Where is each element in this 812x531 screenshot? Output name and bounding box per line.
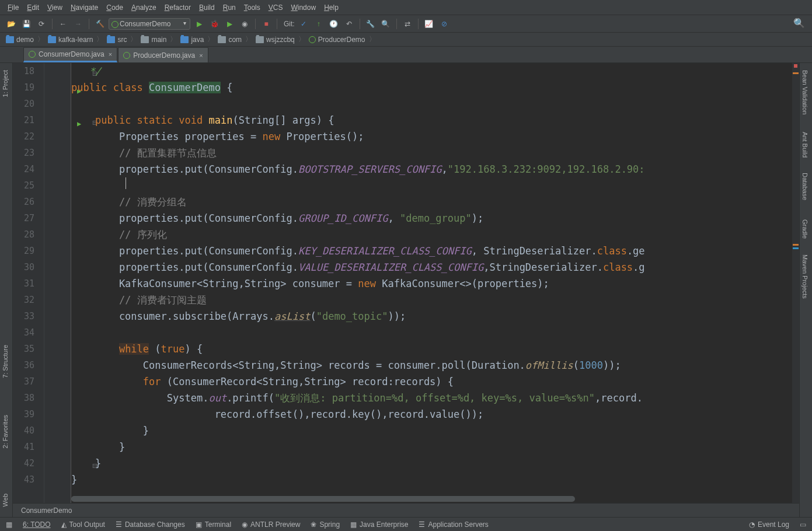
tool-output-button[interactable]: ◭ Tool Output (61, 520, 105, 529)
menu-file[interactable]: File (4, 2, 23, 13)
code-line[interactable]: System.out.printf("收到消息: partition=%d, o… (71, 390, 643, 406)
breadcrumb-com[interactable]: com (215, 34, 244, 45)
line-number[interactable]: 25 (24, 177, 34, 194)
breadcrumb-main[interactable]: main (138, 34, 169, 45)
menu-edit[interactable]: Edit (23, 2, 43, 13)
line-number[interactable]: 35 (24, 341, 34, 357)
line-number[interactable]: 39 (24, 406, 34, 422)
line-number[interactable]: 31 (24, 275, 34, 292)
error-stripe[interactable] (792, 63, 799, 503)
line-number[interactable]: 38 (24, 390, 34, 406)
line-number[interactable]: 33 (24, 308, 34, 324)
code-line[interactable]: } (71, 439, 125, 455)
line-number[interactable]: 24 (24, 161, 34, 177)
bean-validation-button[interactable]: Bean Validation (800, 65, 810, 119)
git-commit-icon[interactable]: ↑ (312, 18, 325, 30)
code-line[interactable]: Properties properties = new Properties()… (71, 128, 364, 145)
memory-indicator[interactable]: ▭ (800, 520, 806, 529)
code-line[interactable]: */ (71, 63, 101, 79)
line-number[interactable]: 27 (24, 210, 34, 226)
block-icon[interactable]: ⊘ (438, 18, 451, 30)
line-number[interactable]: 18 (24, 63, 34, 79)
code-line[interactable]: // 消费分组名 (71, 194, 187, 210)
breadcrumb-demo[interactable]: demo (4, 34, 36, 45)
line-number[interactable]: 40 (24, 422, 34, 439)
code-line[interactable]: properties.put(ConsumerConfig.KEY_DESERI… (71, 243, 645, 259)
activity-icon[interactable]: 📈 (423, 18, 435, 30)
line-number-gutter[interactable]: 1819202122232425262728293031323334353637… (13, 63, 44, 503)
tab-ConsumerDemo.java[interactable]: ConsumerDemo.java× (23, 47, 117, 62)
tab-ProducerDemo.java[interactable]: ProducerDemo.java× (118, 47, 208, 62)
sync-icon[interactable]: ⟳ (35, 18, 48, 30)
stop-icon[interactable]: ■ (260, 18, 273, 30)
run-icon[interactable]: ▶ (193, 18, 205, 30)
database-button[interactable]: Database (800, 168, 810, 205)
code-line[interactable]: record.offset(),record.key(),record.valu… (71, 406, 483, 422)
db-changes-button[interactable]: ☰ Database Changes (116, 520, 185, 529)
git-history-icon[interactable]: 🕐 (327, 18, 340, 30)
coverage-icon[interactable]: ▶ (223, 18, 236, 30)
code-line[interactable]: properties.put(ConsumerConfig.VALUE_DESE… (71, 259, 645, 275)
search-everywhere-icon[interactable]: 🔍 (793, 18, 805, 29)
terminal-button[interactable]: ▣ Terminal (196, 520, 231, 529)
warning-marker[interactable] (793, 244, 799, 246)
bottom-breadcrumb-item[interactable]: ConsumerDemo (21, 506, 72, 515)
structure-tool-button[interactable]: 7: Structure (0, 340, 11, 383)
horizontal-scrollbar[interactable] (71, 496, 791, 502)
gradle-button[interactable]: Gradle (800, 215, 810, 243)
ant-build-button[interactable]: Ant Build (800, 127, 810, 162)
line-number[interactable]: 32 (24, 292, 34, 308)
line-number[interactable]: 37 (24, 373, 34, 390)
line-number[interactable]: 22 (24, 128, 34, 145)
menu-refactor[interactable]: Refactor (161, 2, 195, 13)
todo-button[interactable]: 6: TODO (23, 520, 51, 529)
menu-build[interactable]: Build (195, 2, 219, 13)
maven-button[interactable]: Maven Projects (800, 250, 810, 303)
menu-run[interactable]: Run (219, 2, 240, 13)
web-tool-button[interactable]: Web (0, 489, 11, 511)
line-number[interactable]: 21 (24, 112, 34, 128)
code-line[interactable]: properties.put(ConsumerConfig.GROUP_ID_C… (71, 210, 483, 226)
event-log-button[interactable]: ◔ Event Log (749, 520, 789, 529)
code-line[interactable]: } (71, 471, 77, 488)
back-icon[interactable]: ← (57, 18, 69, 30)
menu-tools[interactable]: Tools (240, 2, 264, 13)
structure-icon[interactable]: 🔧 (364, 18, 377, 30)
code-line[interactable]: public static void main(String[] args) { (71, 112, 334, 128)
code-line[interactable]: consumer.subscribe(Arrays.asList("demo_t… (71, 308, 406, 324)
line-number[interactable]: 20 (24, 96, 34, 112)
build-icon[interactable]: 🔨 (93, 18, 106, 30)
breadcrumb-java[interactable]: java (178, 34, 206, 45)
breadcrumb-src[interactable]: src (104, 34, 129, 45)
info-marker[interactable] (793, 247, 799, 249)
code-line[interactable]: properties.put(ConsumerConfig.BOOTSTRAP_… (71, 161, 645, 177)
menu-window[interactable]: Window (287, 2, 320, 13)
spring-button[interactable]: ❀ Spring (311, 520, 340, 529)
code-editor[interactable]: 1819202122232425262728293031323334353637… (13, 63, 799, 503)
java-ee-button[interactable]: ▦ Java Enterprise (350, 520, 408, 529)
code-line[interactable]: // 序列化 (71, 226, 167, 243)
line-number[interactable]: 36 (24, 357, 34, 373)
line-number[interactable]: 28 (24, 226, 34, 243)
code-line[interactable]: ConsumerRecords<String,String> records =… (71, 357, 621, 373)
git-update-icon[interactable]: ✓ (297, 18, 310, 30)
open-icon[interactable]: 📂 (5, 18, 18, 30)
forward-icon[interactable]: → (72, 18, 85, 30)
close-tab-icon[interactable]: × (199, 52, 203, 59)
breadcrumb-wsjzzcbq[interactable]: wsjzzcbq (253, 34, 297, 45)
menu-view[interactable]: View (43, 2, 67, 13)
line-number[interactable]: 19 (24, 79, 34, 96)
code-line[interactable]: for (ConsumerRecord<String,String> recor… (71, 373, 454, 390)
line-number[interactable]: 41 (24, 439, 34, 455)
line-number[interactable]: 43 (24, 471, 34, 488)
scroll-thumb[interactable] (71, 496, 575, 502)
line-number[interactable]: 42 (24, 455, 34, 471)
tool-windows-icon[interactable]: ▦ (6, 520, 12, 529)
code-line[interactable]: public class ConsumerDemo { (71, 79, 232, 96)
fold-gutter[interactable]: ⊟▶▶⊟⊟ (44, 63, 71, 503)
menu-vcs[interactable]: VCS (264, 2, 287, 13)
code-line[interactable]: } (71, 422, 149, 439)
profile-icon[interactable]: ◉ (238, 18, 251, 30)
code-line[interactable]: while (true) { (71, 341, 203, 357)
line-number[interactable]: 34 (24, 324, 34, 341)
